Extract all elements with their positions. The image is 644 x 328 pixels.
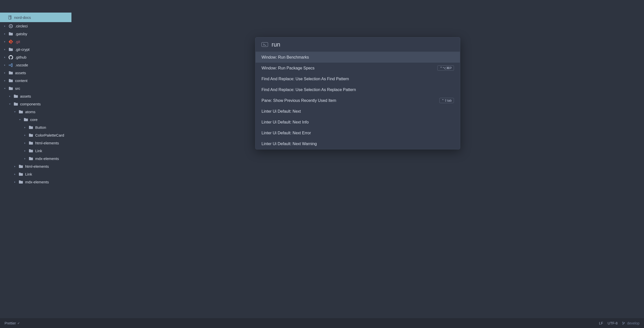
- tree-item-label: .github: [15, 55, 26, 59]
- folder-icon: [29, 125, 33, 130]
- command-palette-item-label: Find And Replace: Use Selection As Repla…: [262, 88, 356, 92]
- folder-icon: [19, 180, 23, 184]
- tree-item-label: assets: [15, 71, 26, 75]
- git-icon: [9, 39, 13, 44]
- github-icon: [9, 55, 13, 60]
- chevron-right-icon[interactable]: [23, 142, 27, 144]
- status-line-ending-label: LF: [599, 321, 603, 325]
- command-palette-item-label: Linter Ui Default: Next: [262, 109, 301, 114]
- folder-icon: [9, 78, 13, 83]
- tree-item--git[interactable]: .git: [0, 38, 71, 46]
- keyboard-shortcut: ⌃⌥⌘P: [437, 65, 454, 71]
- tree-item-link[interactable]: Link: [0, 147, 71, 155]
- chevron-right-icon[interactable]: [23, 158, 27, 160]
- tree-item-src[interactable]: src: [0, 85, 71, 92]
- tree-item--gatsby[interactable]: .gatsby: [0, 30, 71, 38]
- svg-point-1: [10, 25, 12, 27]
- command-palette-item[interactable]: Linter Ui Default: Next Warning: [256, 138, 460, 149]
- folder-icon: [29, 133, 33, 138]
- circleci-icon: [9, 24, 13, 28]
- chevron-right-icon[interactable]: [3, 25, 7, 27]
- check-icon: ✓: [17, 321, 20, 325]
- chevron-right-icon[interactable]: [13, 173, 17, 175]
- command-palette-item[interactable]: Window: Run Package Specs⌃⌥⌘P: [256, 63, 460, 73]
- tree-item-mdx-elements[interactable]: mdx-elements: [0, 178, 71, 186]
- command-palette-item-label: Window: Run Benchmarks: [262, 55, 309, 60]
- tree-item-label: src: [15, 86, 20, 91]
- folder-icon: [14, 102, 18, 106]
- command-palette-item-label: Linter Ui Default: Next Error: [262, 131, 311, 135]
- tree-item-label: .circleci: [15, 24, 28, 28]
- tree-item-assets[interactable]: assets: [0, 92, 71, 100]
- tree-item--circleci[interactable]: .circleci: [0, 22, 71, 30]
- chevron-right-icon[interactable]: [3, 80, 7, 82]
- tree-item--github[interactable]: .github: [0, 53, 71, 61]
- tree-item-button[interactable]: Button: [0, 124, 71, 131]
- editor-area: Window: Run BenchmarksWindow: Run Packag…: [71, 13, 644, 318]
- chevron-right-icon[interactable]: [23, 134, 27, 136]
- tree-item-html-elements[interactable]: html-elements: [0, 139, 71, 147]
- folder-icon: [19, 164, 23, 169]
- command-palette-item[interactable]: Window: Run Benchmarks: [256, 52, 460, 63]
- chevron-right-icon[interactable]: [3, 41, 7, 43]
- vscode-icon: [9, 63, 13, 67]
- status-encoding[interactable]: UTF-8: [608, 321, 618, 325]
- project-root[interactable]: › nord-docs: [0, 13, 71, 22]
- folder-icon: [29, 149, 33, 153]
- repo-icon: [8, 15, 12, 20]
- folder-icon: [19, 172, 23, 177]
- chevron-right-icon[interactable]: [13, 181, 17, 183]
- chevron-down-icon[interactable]: [13, 111, 17, 113]
- tree-item-label: Button: [35, 125, 46, 130]
- status-branch[interactable]: develop: [622, 321, 639, 325]
- command-palette-input[interactable]: [272, 41, 454, 48]
- project-name: nord-docs: [14, 15, 31, 20]
- command-palette-item[interactable]: Find And Replace: Use Selection As Find …: [256, 73, 460, 84]
- tree-item-mdx-elements[interactable]: mdx-elements: [0, 155, 71, 162]
- chevron-down-icon[interactable]: [18, 119, 22, 121]
- command-palette-input-row[interactable]: [256, 37, 460, 52]
- chevron-right-icon[interactable]: [3, 56, 7, 58]
- tree-item-core[interactable]: core: [0, 116, 71, 124]
- command-palette-item[interactable]: Linter Ui Default: Next Error: [256, 128, 460, 138]
- tree-item-label: components: [20, 102, 41, 106]
- tree-item--vscode[interactable]: .vscode: [0, 61, 71, 69]
- chevron-right-icon[interactable]: [13, 166, 17, 168]
- chevron-down-icon[interactable]: [3, 88, 7, 90]
- tree-item-colorpalettecard[interactable]: ColorPaletteCard: [0, 131, 71, 139]
- status-prettier[interactable]: Prettier ✓: [5, 321, 20, 325]
- chevron-right-icon[interactable]: [3, 72, 7, 74]
- tree-item-link[interactable]: Link: [0, 170, 71, 178]
- chevron-right-icon[interactable]: [8, 95, 12, 97]
- command-palette-item[interactable]: Find And Replace: Use Selection As Repla…: [256, 84, 460, 95]
- tree-item-label: content: [15, 78, 27, 83]
- tree-item-components[interactable]: components: [0, 100, 71, 108]
- tree-item--git-crypt[interactable]: .git-crypt: [0, 46, 71, 53]
- file-tree-sidebar: › nord-docs .circleci.gatsby.git.git-cry…: [0, 13, 71, 318]
- status-bar: Prettier ✓ LF UTF-8 develop: [0, 318, 644, 328]
- command-palette-item[interactable]: Linter Ui Default: Next: [256, 106, 460, 117]
- tree-item-label: .git-crypt: [15, 47, 30, 52]
- chevron-down-icon[interactable]: [8, 103, 12, 105]
- tree-item-label: html-elements: [25, 164, 49, 169]
- command-palette-item[interactable]: Linter Ui Default: Next Info: [256, 117, 460, 128]
- command-palette-item-label: Linter Ui Default: Next Info: [262, 120, 309, 125]
- tree-item-label: assets: [20, 94, 31, 98]
- title-bar: [0, 0, 644, 13]
- status-line-ending[interactable]: LF: [599, 321, 603, 325]
- tree-item-assets[interactable]: assets: [0, 69, 71, 77]
- tree-item-html-elements[interactable]: html-elements: [0, 162, 71, 170]
- tree-item-atoms[interactable]: atoms: [0, 108, 71, 116]
- chevron-right-icon[interactable]: [23, 150, 27, 152]
- tree-item-label: .gatsby: [15, 32, 27, 36]
- chevron-right-icon[interactable]: [23, 127, 27, 129]
- command-palette-item[interactable]: Pane: Show Previous Recently Used Item⌃⇧…: [256, 95, 460, 106]
- chevron-right-icon[interactable]: [3, 33, 7, 35]
- chevron-right-icon[interactable]: [3, 49, 7, 51]
- folder-icon: [24, 117, 28, 122]
- command-palette-list: Window: Run BenchmarksWindow: Run Packag…: [256, 52, 460, 149]
- tree-item-content[interactable]: content: [0, 77, 71, 85]
- tree-item-label: html-elements: [35, 141, 59, 145]
- tree-item-label: Link: [35, 149, 42, 153]
- chevron-right-icon[interactable]: [3, 64, 7, 66]
